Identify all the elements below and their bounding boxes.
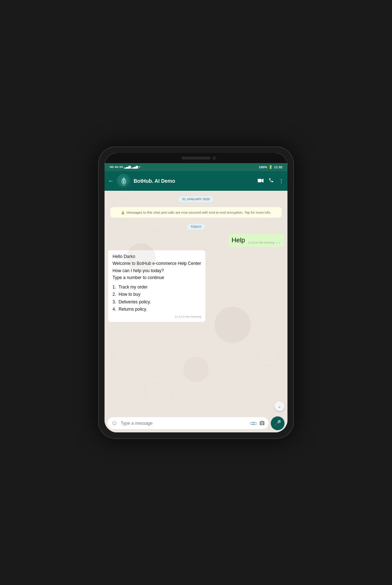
phone-notch (105, 153, 287, 163)
mic-icon: 🎤 (274, 420, 281, 427)
clock: 11:32 (274, 165, 282, 169)
today-separator: TODAY (187, 223, 205, 230)
voice-call-button[interactable] (269, 178, 274, 184)
signal-bars: ▂▄▆ ▂▄▆ ≈ (124, 165, 140, 169)
menu-item-4: 4. Returns policy. (113, 306, 201, 313)
chat-area: 31 JANUARY 2020 🔒 Messages to this chat … (105, 191, 287, 414)
date-separator: 31 JANUARY 2020 (179, 195, 214, 202)
status-right: 100% 🔋 11:32 (259, 165, 282, 169)
video-call-button[interactable] (258, 178, 264, 184)
svg-point-11 (261, 422, 263, 424)
svg-text:bothub: bothub (122, 184, 126, 186)
svg-rect-9 (258, 179, 261, 182)
bot-welcome: Welcome to BotHub e-commerce Help Center (113, 260, 201, 267)
message-row-sent: Help 11:13 in the morning ✓✓ (108, 234, 284, 247)
phone-screen: HD 4G 2G ▂▄▆ ▂▄▆ ≈ 100% 🔋 11:32 ← (105, 153, 287, 432)
bot-message-time: 11:13 in the morning (113, 315, 201, 319)
scroll-down-button[interactable]: ⌄ (274, 401, 285, 411)
camera (212, 156, 216, 160)
menu-item-1: 1. Track my order (113, 283, 201, 291)
sent-message-time: 11:13 in the morning (248, 241, 274, 245)
chat-header: ← (105, 171, 287, 191)
camera-button[interactable] (259, 420, 265, 426)
emoji-button[interactable]: ☺ (111, 419, 118, 427)
attach-button[interactable]: 📎 (249, 419, 257, 427)
input-area: ☺ 📎 🎤 (105, 414, 287, 432)
svg-marker-10 (262, 178, 264, 182)
menu-item-2: 2. How to buy (113, 291, 201, 298)
read-receipt-icon: ✓✓ (276, 241, 281, 245)
back-button[interactable]: ← (108, 178, 114, 184)
more-options-button[interactable]: ⋮ (279, 178, 284, 184)
sent-message-text: Help (232, 236, 245, 245)
message-row-received: Hello Darko Welcome to BotHub e-commerce… (108, 250, 284, 322)
status-left: HD 4G 2G ▂▄▆ ▂▄▆ ≈ (110, 165, 140, 169)
phone-frame: HD 4G 2G ▂▄▆ ▂▄▆ ≈ 100% 🔋 11:32 ← (98, 146, 294, 439)
encryption-text: Messages to this chat and calls are now … (127, 210, 271, 214)
contact-info: BotHub. AI Demo (134, 178, 255, 184)
bot-menu-list: 1. Track my order 2. How to buy 3. Deliv… (113, 283, 201, 313)
menu-item-3: 3. Deliveries policy. (113, 298, 201, 306)
status-bar: HD 4G 2G ▂▄▆ ▂▄▆ ≈ 100% 🔋 11:32 (105, 163, 287, 171)
mic-button[interactable]: 🎤 (271, 416, 285, 430)
message-input-wrapper: ☺ 📎 (107, 417, 269, 429)
header-actions: ⋮ (258, 178, 284, 184)
contact-avatar[interactable]: bothub (117, 174, 131, 188)
encryption-notice[interactable]: 🔒 Messages to this chat and calls are no… (110, 207, 282, 218)
network-icons: HD 4G 2G (110, 165, 123, 169)
bot-instruction: Type a number to continue (113, 274, 201, 281)
battery-icon: 🔋 (269, 165, 273, 169)
bot-message-bubble: Hello Darko Welcome to BotHub e-commerce… (108, 250, 205, 322)
contact-name: BotHub. AI Demo (134, 178, 255, 184)
message-input[interactable] (121, 421, 247, 426)
bot-question: How can I help you today? (113, 267, 201, 274)
lock-icon: 🔒 (121, 211, 125, 214)
battery-level: 100% (259, 165, 267, 169)
sent-message-content: Help 11:13 in the morning ✓✓ (232, 236, 281, 245)
sent-message-bubble: Help 11:13 in the morning ✓✓ (229, 234, 284, 247)
today-pill: TODAY (187, 224, 205, 230)
date-pill: 31 JANUARY 2020 (179, 196, 214, 202)
bot-greeting: Hello Darko (113, 253, 201, 260)
speaker (181, 157, 211, 160)
